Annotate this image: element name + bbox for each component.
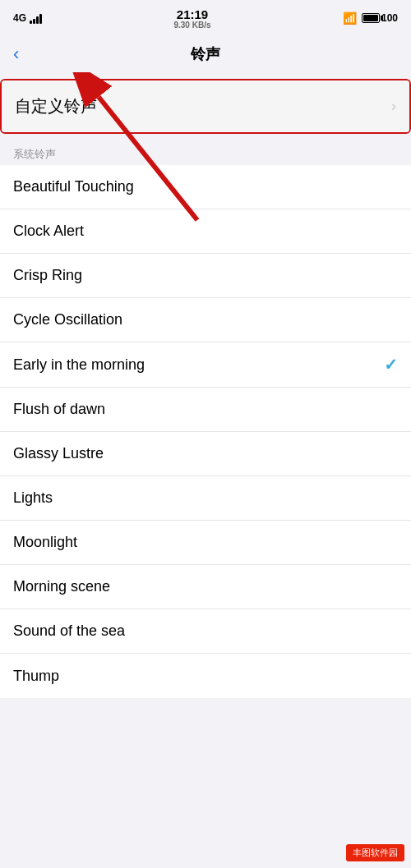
custom-ringtone-item[interactable]: 自定义铃声 › xyxy=(2,80,409,132)
list-item[interactable]: Moonlight xyxy=(0,521,411,565)
list-item[interactable]: Morning scene xyxy=(0,565,411,609)
ringtone-name: Sound of the sea xyxy=(13,622,125,640)
signal-icon xyxy=(30,12,42,24)
custom-ringtone-section: 自定义铃声 › xyxy=(0,79,411,134)
battery-label: 100 xyxy=(381,12,398,24)
list-item[interactable]: Sound of the sea xyxy=(0,609,411,654)
list-item[interactable]: Cycle Oscillation xyxy=(0,298,411,342)
ringtone-name: Lights xyxy=(13,489,53,507)
list-item[interactable]: Thump xyxy=(0,654,411,698)
ringtone-name: Clock Alert xyxy=(13,223,84,240)
status-center: 21:19 9.30 KB/s xyxy=(173,7,210,30)
list-item[interactable]: Crisp Ring xyxy=(0,254,411,298)
battery-indicator: 100 xyxy=(362,12,398,24)
ringtone-name: Flush of dawn xyxy=(13,401,105,418)
list-item[interactable]: Lights xyxy=(0,476,411,521)
battery-rect xyxy=(362,13,380,23)
ringtone-name: Early in the morning xyxy=(13,356,145,374)
network-type-icon: 4G xyxy=(13,12,26,24)
status-time: 21:19 xyxy=(177,7,208,21)
ringtone-name: Beautiful Touching xyxy=(13,178,134,195)
section-header: 系统铃声 xyxy=(0,140,411,165)
checkmark-icon: ✓ xyxy=(384,355,398,374)
list-item[interactable]: Clock Alert xyxy=(0,209,411,254)
ringtone-name: Moonlight xyxy=(13,534,77,551)
list-item[interactable]: Early in the morning✓ xyxy=(0,342,411,388)
list-item[interactable]: Flush of dawn xyxy=(0,388,411,432)
wifi-icon: 📶 xyxy=(343,11,357,25)
list-item[interactable]: Beautiful Touching xyxy=(0,165,411,209)
custom-ringtone-label: 自定义铃声 xyxy=(15,95,97,117)
chevron-right-icon: › xyxy=(391,98,396,115)
status-left: 4G xyxy=(13,12,42,24)
ringtone-name: Morning scene xyxy=(13,578,110,595)
back-button[interactable]: ‹ xyxy=(13,44,19,65)
list-item[interactable]: Glassy Lustre xyxy=(0,432,411,476)
ringtone-name: Crisp Ring xyxy=(13,267,82,284)
nav-bar: ‹ 铃声 xyxy=(0,36,411,72)
page-title: 铃声 xyxy=(191,44,220,64)
ringtone-name: Glassy Lustre xyxy=(13,445,104,462)
section-header-label: 系统铃声 xyxy=(13,148,56,160)
ringtone-name: Cycle Oscillation xyxy=(13,311,122,328)
watermark: 丰图软件园 xyxy=(346,844,404,861)
status-right: 📶 100 xyxy=(343,11,398,25)
battery-fill xyxy=(363,15,378,21)
status-speed: 9.30 KB/s xyxy=(173,21,210,30)
ringtone-list: Beautiful TouchingClock AlertCrisp RingC… xyxy=(0,165,411,698)
status-bar: 4G 21:19 9.30 KB/s 📶 100 xyxy=(0,0,411,36)
ringtone-name: Thump xyxy=(13,668,59,685)
